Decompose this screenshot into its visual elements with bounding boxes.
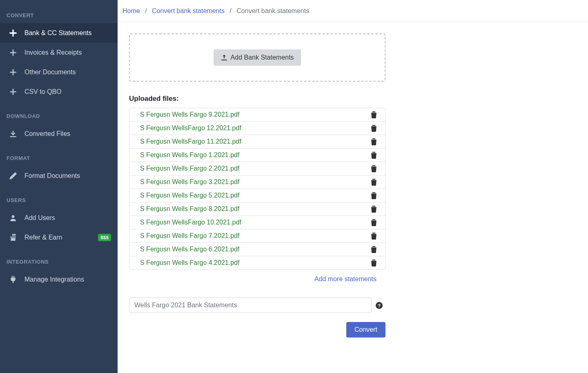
trash-icon[interactable] (371, 165, 377, 172)
output-name-input[interactable] (129, 298, 372, 313)
trash-icon[interactable] (371, 233, 377, 240)
file-row: S Fergusn Wells Fargo 5.2021.pdf (129, 189, 385, 202)
file-row: S Fergusn Wells Fargo 3.2021.pdf (129, 175, 385, 189)
add-bank-statements-button[interactable]: Add Bank Statements (214, 49, 301, 66)
trash-icon[interactable] (371, 260, 377, 266)
breadcrumb-convert[interactable]: Convert bank statements (152, 7, 225, 14)
file-name-link[interactable]: S Fergusn Wells Fargo 9.2021.pdf (140, 111, 239, 118)
trash-icon[interactable] (371, 246, 377, 253)
sidebar-item-label: Add Users (24, 214, 55, 222)
dropzone[interactable]: Add Bank Statements (129, 33, 385, 82)
add-button-label: Add Bank Statements (231, 54, 294, 61)
file-name-link[interactable]: S Fergusn WellsFargo 12.2021.pdf (140, 124, 241, 132)
trash-icon[interactable] (371, 219, 377, 226)
breadcrumb-current: Convert bank statements (236, 7, 309, 14)
svg-text:?: ? (378, 302, 381, 308)
sidebar-section-convert: CONVERT (0, 12, 118, 23)
sidebar: CONVERT Bank & CC Statements Invoices & … (0, 0, 118, 373)
sidebar-section-integrations: INTEGRATIONS (0, 259, 118, 270)
file-row: S Fergusn Wells Fargo 2.2021.pdf (129, 162, 385, 175)
file-row: S Fergusn Wells Fargo 6.2021.pdf (129, 243, 385, 256)
file-name-link[interactable]: S Fergusn Wells Fargo 1.2021.pdf (140, 151, 239, 159)
trash-icon[interactable] (371, 125, 377, 132)
sidebar-item-invoices[interactable]: Invoices & Receipts (0, 43, 118, 62)
file-name-link[interactable]: S Fergusn Wells Fargo 3.2021.pdf (140, 178, 239, 186)
file-name-link[interactable]: S Fergusn Wells Fargo 4.2021.pdf (140, 259, 239, 266)
file-name-link[interactable]: S Fergusn WellsFargo 11.2021.pdf (140, 138, 241, 145)
refer-badge: $$$ (98, 234, 111, 241)
plus-icon (8, 29, 18, 37)
gift-icon (8, 234, 18, 241)
main-content: Home / Convert bank statements / Convert… (118, 0, 588, 373)
file-row: S Fergusn WellsFargo 11.2021.pdf (129, 135, 385, 149)
sidebar-section-format: FORMAT (0, 155, 118, 166)
sidebar-item-other-docs[interactable]: Other Documents (0, 62, 118, 82)
sidebar-item-label: Bank & CC Statements (24, 29, 92, 37)
file-row: S Fergusn Wells Fargo 8.2021.pdf (129, 202, 385, 216)
file-name-link[interactable]: S Fergusn Wells Fargo 7.2021.pdf (140, 232, 239, 240)
uploaded-files-list: S Fergusn Wells Fargo 9.2021.pdfS Fergus… (129, 108, 385, 270)
plug-icon (8, 276, 18, 283)
sidebar-item-label: Invoices & Receipts (24, 49, 82, 56)
trash-icon[interactable] (371, 192, 377, 199)
sidebar-item-manage-integrations[interactable]: Manage Integrations (0, 270, 118, 289)
file-name-link[interactable]: S Fergusn Wells Fargo 5.2021.pdf (140, 192, 239, 199)
sidebar-section-users: USERS (0, 197, 118, 208)
file-row: S Fergusn Wells Fargo 1.2021.pdf (129, 149, 385, 162)
add-more-statements-link[interactable]: Add more statements (314, 275, 376, 282)
sidebar-item-csv-qbo[interactable]: CSV to QBO (0, 82, 118, 102)
plus-icon (8, 88, 18, 95)
plus-icon (8, 69, 18, 76)
pencil-icon (8, 172, 18, 180)
sidebar-item-label: Refer & Earn (24, 234, 62, 241)
file-row: S Fergusn Wells Fargo 4.2021.pdf (129, 256, 385, 269)
sidebar-item-converted-files[interactable]: Converted Files (0, 124, 118, 144)
trash-icon[interactable] (371, 111, 377, 118)
breadcrumb-separator: / (145, 7, 147, 14)
breadcrumb: Home / Convert bank statements / Convert… (118, 0, 588, 22)
sidebar-item-refer-earn[interactable]: Refer & Earn $$$ (0, 228, 118, 247)
file-row: S Fergusn Wells Fargo 9.2021.pdf (129, 108, 385, 122)
plus-icon (8, 49, 18, 56)
trash-icon[interactable] (371, 179, 377, 186)
file-row: S Fergusn WellsFargo 10.2021.pdf (129, 216, 385, 229)
help-icon[interactable]: ? (376, 302, 383, 309)
file-name-link[interactable]: S Fergusn Wells Fargo 2.2021.pdf (140, 165, 239, 172)
trash-icon[interactable] (371, 206, 377, 213)
sidebar-item-label: Format Documents (24, 172, 80, 180)
file-row: S Fergusn Wells Fargo 7.2021.pdf (129, 229, 385, 243)
sidebar-item-label: Other Documents (24, 69, 76, 76)
sidebar-item-label: CSV to QBO (24, 88, 62, 95)
download-icon (8, 130, 18, 138)
file-row: S Fergusn WellsFargo 12.2021.pdf (129, 122, 385, 135)
trash-icon[interactable] (371, 138, 377, 145)
sidebar-item-add-users[interactable]: Add Users (0, 208, 118, 228)
sidebar-item-label: Manage Integrations (24, 276, 84, 283)
breadcrumb-home[interactable]: Home (122, 7, 140, 14)
sidebar-item-bank-cc[interactable]: Bank & CC Statements (0, 23, 118, 43)
sidebar-item-label: Converted Files (24, 130, 70, 138)
sidebar-section-download: DOWNLOAD (0, 113, 118, 124)
sidebar-item-format-docs[interactable]: Format Documents (0, 166, 118, 186)
breadcrumb-separator: / (229, 7, 231, 14)
trash-icon[interactable] (371, 152, 377, 159)
convert-button[interactable]: Convert (346, 322, 385, 337)
file-name-link[interactable]: S Fergusn Wells Fargo 8.2021.pdf (140, 205, 239, 213)
file-name-link[interactable]: S Fergusn Wells Fargo 6.2021.pdf (140, 246, 239, 253)
file-name-link[interactable]: S Fergusn WellsFargo 10.2021.pdf (140, 219, 241, 226)
user-icon (8, 214, 18, 222)
upload-icon (221, 54, 227, 61)
uploaded-files-title: Uploaded files: (129, 95, 385, 103)
